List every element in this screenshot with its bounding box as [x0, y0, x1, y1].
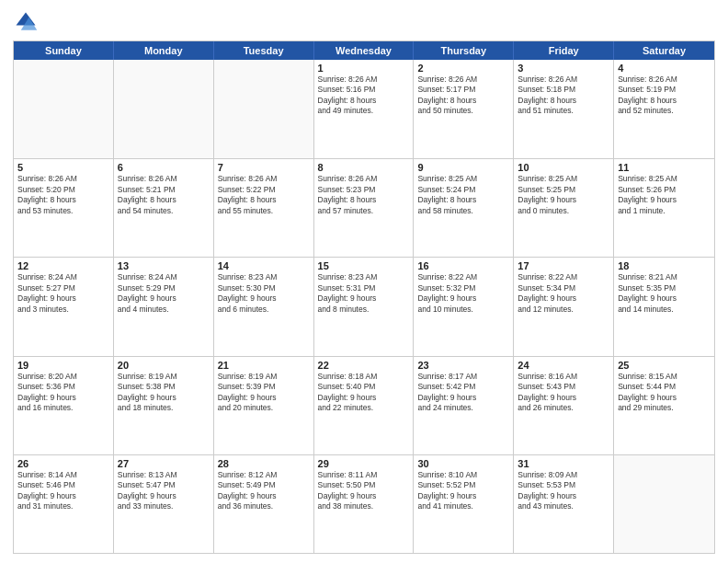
day-detail: Sunrise: 8:19 AM Sunset: 5:39 PM Dayligh… — [218, 372, 310, 414]
day-detail: Sunrise: 8:11 AM Sunset: 5:50 PM Dayligh… — [318, 470, 410, 512]
day-detail: Sunrise: 8:26 AM Sunset: 5:17 PM Dayligh… — [417, 75, 509, 117]
day-detail: Sunrise: 8:19 AM Sunset: 5:38 PM Dayligh… — [118, 372, 210, 414]
calendar-empty-cell — [214, 60, 314, 158]
calendar-day-17: 17Sunrise: 8:22 AM Sunset: 5:34 PM Dayli… — [514, 258, 614, 355]
day-detail: Sunrise: 8:26 AM Sunset: 5:21 PM Dayligh… — [118, 174, 210, 216]
day-detail: Sunrise: 8:13 AM Sunset: 5:47 PM Dayligh… — [118, 470, 210, 512]
day-number: 9 — [417, 162, 509, 173]
day-number: 31 — [518, 458, 609, 469]
calendar-day-26: 26Sunrise: 8:14 AM Sunset: 5:46 PM Dayli… — [14, 455, 114, 553]
day-detail: Sunrise: 8:20 AM Sunset: 5:36 PM Dayligh… — [17, 372, 109, 414]
day-number: 27 — [118, 458, 210, 469]
calendar-day-21: 21Sunrise: 8:19 AM Sunset: 5:39 PM Dayli… — [214, 357, 314, 454]
calendar-day-3: 3Sunrise: 8:26 AM Sunset: 5:18 PM Daylig… — [514, 60, 614, 158]
day-detail: Sunrise: 8:09 AM Sunset: 5:53 PM Dayligh… — [518, 470, 609, 512]
day-detail: Sunrise: 8:22 AM Sunset: 5:32 PM Dayligh… — [417, 272, 509, 315]
day-number: 16 — [417, 260, 509, 271]
day-detail: Sunrise: 8:10 AM Sunset: 5:52 PM Dayligh… — [417, 470, 509, 512]
calendar: SundayMondayTuesdayWednesdayThursdayFrid… — [13, 40, 715, 554]
header-day-friday: Friday — [514, 41, 614, 60]
calendar-row-1: 1Sunrise: 8:26 AM Sunset: 5:16 PM Daylig… — [14, 60, 714, 158]
calendar-day-11: 11Sunrise: 8:25 AM Sunset: 5:26 PM Dayli… — [614, 159, 714, 257]
header-day-tuesday: Tuesday — [214, 41, 314, 60]
calendar-day-16: 16Sunrise: 8:22 AM Sunset: 5:32 PM Dayli… — [414, 258, 514, 355]
day-number: 15 — [318, 260, 410, 271]
day-number: 1 — [318, 63, 410, 74]
calendar-day-1: 1Sunrise: 8:26 AM Sunset: 5:16 PM Daylig… — [314, 60, 415, 158]
day-detail: Sunrise: 8:26 AM Sunset: 5:20 PM Dayligh… — [17, 174, 109, 216]
calendar-header: SundayMondayTuesdayWednesdayThursdayFrid… — [14, 41, 714, 60]
calendar-day-13: 13Sunrise: 8:24 AM Sunset: 5:29 PM Dayli… — [114, 258, 214, 355]
day-number: 28 — [218, 458, 310, 469]
day-number: 17 — [518, 260, 609, 271]
calendar-day-5: 5Sunrise: 8:26 AM Sunset: 5:20 PM Daylig… — [14, 159, 114, 257]
calendar-day-2: 2Sunrise: 8:26 AM Sunset: 5:17 PM Daylig… — [414, 60, 514, 158]
calendar-day-8: 8Sunrise: 8:26 AM Sunset: 5:23 PM Daylig… — [314, 159, 415, 257]
calendar-row-3: 12Sunrise: 8:24 AM Sunset: 5:27 PM Dayli… — [14, 257, 714, 355]
calendar-day-18: 18Sunrise: 8:21 AM Sunset: 5:35 PM Dayli… — [614, 258, 714, 355]
day-detail: Sunrise: 8:26 AM Sunset: 5:16 PM Dayligh… — [318, 75, 410, 117]
day-number: 3 — [518, 63, 609, 74]
day-detail: Sunrise: 8:26 AM Sunset: 5:22 PM Dayligh… — [218, 174, 310, 216]
day-number: 7 — [218, 162, 310, 173]
calendar-day-19: 19Sunrise: 8:20 AM Sunset: 5:36 PM Dayli… — [14, 357, 114, 454]
header-day-monday: Monday — [114, 41, 214, 60]
calendar-day-23: 23Sunrise: 8:17 AM Sunset: 5:42 PM Dayli… — [414, 357, 514, 454]
day-detail: Sunrise: 8:26 AM Sunset: 5:23 PM Dayligh… — [318, 174, 410, 216]
day-number: 12 — [17, 260, 109, 271]
day-number: 18 — [618, 260, 711, 271]
calendar-day-27: 27Sunrise: 8:13 AM Sunset: 5:47 PM Dayli… — [114, 455, 214, 553]
calendar-day-6: 6Sunrise: 8:26 AM Sunset: 5:21 PM Daylig… — [114, 159, 214, 257]
day-detail: Sunrise: 8:21 AM Sunset: 5:35 PM Dayligh… — [618, 272, 711, 315]
calendar-day-29: 29Sunrise: 8:11 AM Sunset: 5:50 PM Dayli… — [314, 455, 415, 553]
day-detail: Sunrise: 8:25 AM Sunset: 5:24 PM Dayligh… — [417, 174, 509, 216]
day-detail: Sunrise: 8:12 AM Sunset: 5:49 PM Dayligh… — [218, 470, 310, 512]
calendar-day-7: 7Sunrise: 8:26 AM Sunset: 5:22 PM Daylig… — [214, 159, 314, 257]
day-detail: Sunrise: 8:25 AM Sunset: 5:26 PM Dayligh… — [618, 174, 711, 216]
header-day-wednesday: Wednesday — [314, 41, 415, 60]
day-detail: Sunrise: 8:24 AM Sunset: 5:27 PM Dayligh… — [17, 272, 109, 315]
day-number: 4 — [618, 63, 711, 74]
day-number: 6 — [118, 162, 210, 173]
day-detail: Sunrise: 8:24 AM Sunset: 5:29 PM Dayligh… — [118, 272, 210, 315]
day-number: 24 — [518, 360, 609, 371]
day-number: 30 — [417, 458, 509, 469]
day-number: 26 — [17, 458, 109, 469]
logo-icon — [13, 9, 39, 35]
day-number: 10 — [518, 162, 609, 173]
day-detail: Sunrise: 8:23 AM Sunset: 5:30 PM Dayligh… — [218, 272, 310, 315]
day-detail: Sunrise: 8:26 AM Sunset: 5:19 PM Dayligh… — [618, 75, 711, 117]
day-number: 29 — [318, 458, 410, 469]
calendar-row-4: 19Sunrise: 8:20 AM Sunset: 5:36 PM Dayli… — [14, 356, 714, 454]
day-detail: Sunrise: 8:14 AM Sunset: 5:46 PM Dayligh… — [17, 470, 109, 512]
calendar-body: 1Sunrise: 8:26 AM Sunset: 5:16 PM Daylig… — [14, 60, 714, 553]
calendar-empty-cell — [14, 60, 114, 158]
calendar-day-10: 10Sunrise: 8:25 AM Sunset: 5:25 PM Dayli… — [514, 159, 614, 257]
calendar-day-28: 28Sunrise: 8:12 AM Sunset: 5:49 PM Dayli… — [214, 455, 314, 553]
calendar-empty-cell — [614, 455, 714, 553]
calendar-day-25: 25Sunrise: 8:15 AM Sunset: 5:44 PM Dayli… — [614, 357, 714, 454]
day-detail: Sunrise: 8:25 AM Sunset: 5:25 PM Dayligh… — [518, 174, 609, 216]
calendar-row-5: 26Sunrise: 8:14 AM Sunset: 5:46 PM Dayli… — [14, 454, 714, 553]
day-number: 13 — [118, 260, 210, 271]
day-number: 20 — [118, 360, 210, 371]
day-number: 5 — [17, 162, 109, 173]
header-day-saturday: Saturday — [614, 41, 714, 60]
day-detail: Sunrise: 8:23 AM Sunset: 5:31 PM Dayligh… — [318, 272, 410, 315]
calendar-day-15: 15Sunrise: 8:23 AM Sunset: 5:31 PM Dayli… — [314, 258, 415, 355]
calendar-row-2: 5Sunrise: 8:26 AM Sunset: 5:20 PM Daylig… — [14, 158, 714, 257]
day-detail: Sunrise: 8:16 AM Sunset: 5:43 PM Dayligh… — [518, 372, 609, 414]
day-number: 19 — [17, 360, 109, 371]
day-number: 11 — [618, 162, 711, 173]
calendar-empty-cell — [114, 60, 214, 158]
day-number: 23 — [417, 360, 509, 371]
calendar-day-24: 24Sunrise: 8:16 AM Sunset: 5:43 PM Dayli… — [514, 357, 614, 454]
day-detail: Sunrise: 8:17 AM Sunset: 5:42 PM Dayligh… — [417, 372, 509, 414]
day-detail: Sunrise: 8:26 AM Sunset: 5:18 PM Dayligh… — [518, 75, 609, 117]
calendar-day-4: 4Sunrise: 8:26 AM Sunset: 5:19 PM Daylig… — [614, 60, 714, 158]
calendar-day-30: 30Sunrise: 8:10 AM Sunset: 5:52 PM Dayli… — [414, 455, 514, 553]
day-detail: Sunrise: 8:15 AM Sunset: 5:44 PM Dayligh… — [618, 372, 711, 414]
day-detail: Sunrise: 8:22 AM Sunset: 5:34 PM Dayligh… — [518, 272, 609, 315]
day-number: 21 — [218, 360, 310, 371]
day-number: 25 — [618, 360, 711, 371]
